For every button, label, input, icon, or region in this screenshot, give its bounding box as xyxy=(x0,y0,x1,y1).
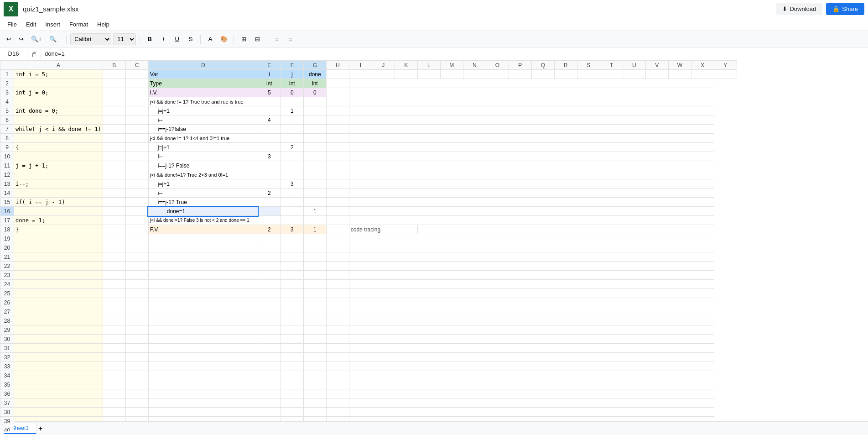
cell-E9[interactable] xyxy=(258,143,281,152)
cell-L1[interactable] xyxy=(417,70,440,79)
cell-X1[interactable] xyxy=(691,70,714,79)
cell-A17[interactable]: done = 1; xyxy=(14,216,103,225)
cell-N1[interactable] xyxy=(463,70,486,79)
cell-E14[interactable]: 2 xyxy=(258,189,281,198)
cell-H13[interactable] xyxy=(326,179,349,189)
col-header-I[interactable]: I xyxy=(349,61,372,70)
font-name-select[interactable]: Calibri xyxy=(70,33,111,45)
col-header-P[interactable]: P xyxy=(509,61,531,70)
cell-H11[interactable] xyxy=(326,161,349,170)
cell-D7[interactable]: i==j-1?false xyxy=(148,125,258,134)
cell-O1[interactable] xyxy=(486,70,509,79)
cell-D1[interactable]: Var xyxy=(148,70,258,79)
cell-B13[interactable] xyxy=(103,179,125,189)
borders-button[interactable]: ⊞ xyxy=(238,33,249,45)
cell-C18[interactable] xyxy=(125,225,148,234)
cell-A2[interactable] xyxy=(14,79,103,88)
redo-button[interactable]: ↪ xyxy=(16,34,26,44)
cell-A9[interactable]: { xyxy=(14,143,103,152)
cell-C4[interactable] xyxy=(125,97,148,106)
cell-H3[interactable] xyxy=(326,88,349,97)
cell-A13[interactable]: i--; xyxy=(14,179,103,189)
cell-C14[interactable] xyxy=(125,189,148,198)
cell-D9[interactable]: j=j+1 xyxy=(148,143,258,152)
cell-F15[interactable] xyxy=(281,198,303,207)
cell-F6[interactable] xyxy=(281,115,303,125)
cell-C6[interactable] xyxy=(125,115,148,125)
col-header-J[interactable]: J xyxy=(372,61,395,70)
cell-B5[interactable] xyxy=(103,106,125,115)
share-button[interactable]: 🔒 Share xyxy=(826,3,864,15)
cell-C11[interactable] xyxy=(125,161,148,170)
cell-M1[interactable] xyxy=(440,70,463,79)
align-left-button[interactable]: ≡ xyxy=(271,33,283,45)
cell-C17[interactable] xyxy=(125,216,148,225)
formula-input[interactable]: done=1 xyxy=(41,50,868,57)
cell-E2[interactable]: int xyxy=(258,79,281,88)
col-header-L[interactable]: L xyxy=(417,61,440,70)
cell-D18[interactable]: F.V. xyxy=(148,225,258,234)
cell-E17[interactable] xyxy=(258,216,281,225)
cell-G9[interactable] xyxy=(303,143,326,152)
cell-E6[interactable]: 4 xyxy=(258,115,281,125)
strikethrough-button[interactable]: S xyxy=(185,33,197,45)
cell-C1[interactable] xyxy=(125,70,148,79)
cell-W1[interactable] xyxy=(668,70,691,79)
cell-D5[interactable]: j=j+1 xyxy=(148,106,258,115)
underline-button[interactable]: U xyxy=(171,33,183,45)
cell-E3[interactable]: 5 xyxy=(258,88,281,97)
cell-G11[interactable] xyxy=(303,161,326,170)
cell-H15[interactable] xyxy=(326,198,349,207)
cell-A12[interactable] xyxy=(14,170,103,179)
cell-A7[interactable]: while( j < i && done != 1) xyxy=(14,125,103,134)
cell-D8[interactable]: j<i && done != 1? 1<4 and 0!=1 true xyxy=(148,134,258,143)
cell-D13[interactable]: j=j+1 xyxy=(148,179,258,189)
col-header-M[interactable]: M xyxy=(440,61,463,70)
col-header-F[interactable]: F xyxy=(281,61,303,70)
cell-B8[interactable] xyxy=(103,134,125,143)
cell-P1[interactable] xyxy=(509,70,531,79)
cell-F5[interactable]: 1 xyxy=(281,106,303,115)
cell-B7[interactable] xyxy=(103,125,125,134)
cell-G18[interactable]: 1 xyxy=(303,225,326,234)
cell-B4[interactable] xyxy=(103,97,125,106)
menu-format[interactable]: Format xyxy=(66,20,92,29)
cell-C5[interactable] xyxy=(125,106,148,115)
cell-H5[interactable] xyxy=(326,106,349,115)
menu-file[interactable]: File xyxy=(4,20,21,29)
cell-D12[interactable]: j<i && done!=1? True 2<3 and 0!=1 xyxy=(148,170,258,179)
cell-E16[interactable] xyxy=(258,207,281,216)
cell-B6[interactable] xyxy=(103,115,125,125)
cell-A18[interactable]: } xyxy=(14,225,103,234)
cell-C7[interactable] xyxy=(125,125,148,134)
undo-button[interactable]: ↩ xyxy=(4,34,14,44)
cell-C16[interactable] xyxy=(125,207,148,216)
cell-address-box[interactable]: D16 xyxy=(0,47,27,60)
cell-G10[interactable] xyxy=(303,152,326,161)
cell-A11[interactable]: j = j + 1; xyxy=(14,161,103,170)
cell-F2[interactable]: int xyxy=(281,79,303,88)
col-header-Y[interactable]: Y xyxy=(714,61,737,70)
cell-C10[interactable] xyxy=(125,152,148,161)
spreadsheet-container[interactable]: A B C D E F G H I J K L M N O P Q R S T xyxy=(0,60,868,431)
col-header-A[interactable]: A xyxy=(14,61,103,70)
cell-E4[interactable] xyxy=(258,97,281,106)
cell-F9[interactable]: 2 xyxy=(281,143,303,152)
cell-D15[interactable]: i==j-1? True xyxy=(148,198,258,207)
cell-F18[interactable]: 3 xyxy=(281,225,303,234)
cell-F3[interactable]: 0 xyxy=(281,88,303,97)
cell-H12[interactable] xyxy=(326,170,349,179)
cell-G6[interactable] xyxy=(303,115,326,125)
col-header-B[interactable]: B xyxy=(103,61,125,70)
cell-A10[interactable] xyxy=(14,152,103,161)
cell-F4[interactable] xyxy=(281,97,303,106)
cell-G2[interactable]: int xyxy=(303,79,326,88)
cell-G4[interactable] xyxy=(303,97,326,106)
cell-S1[interactable] xyxy=(577,70,600,79)
cell-G15[interactable] xyxy=(303,198,326,207)
cell-E10[interactable]: 3 xyxy=(258,152,281,161)
col-header-N[interactable]: N xyxy=(463,61,486,70)
cell-D3[interactable]: I.V. xyxy=(148,88,258,97)
cell-F13[interactable]: 3 xyxy=(281,179,303,189)
cell-G1[interactable]: done xyxy=(303,70,326,79)
